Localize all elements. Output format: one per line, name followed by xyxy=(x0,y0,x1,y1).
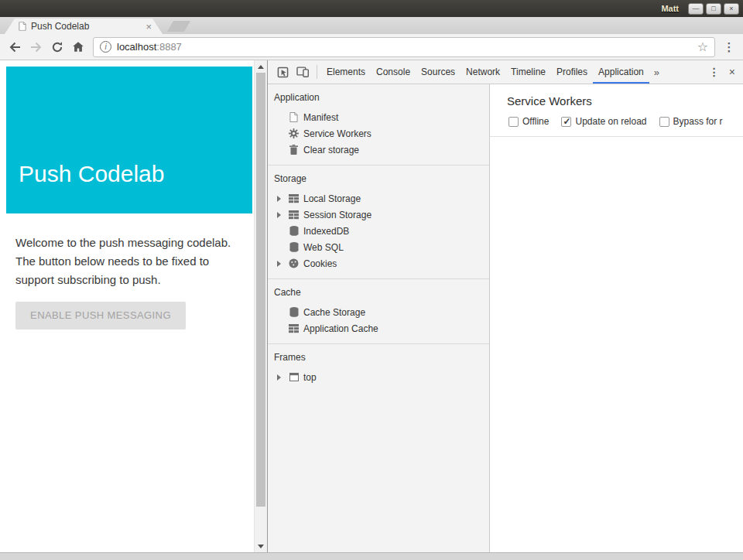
update-on-reload-checkbox[interactable]: Update on reload xyxy=(561,116,646,127)
address-bar[interactable]: i localhost :8887 ☆ xyxy=(93,37,715,57)
sidebar-item-session-storage[interactable]: Session Storage xyxy=(268,207,489,223)
expand-arrow-icon[interactable] xyxy=(277,261,288,267)
devtools-toolbar: Elements Console Sources Network Timelin… xyxy=(268,60,743,84)
checkbox-icon[interactable] xyxy=(659,117,669,127)
page-hero-banner: Push Codelab xyxy=(6,67,252,213)
offline-checkbox[interactable]: Offline xyxy=(508,116,549,127)
expand-arrow-icon[interactable] xyxy=(277,374,288,381)
sidebar-item-cache-storage[interactable]: Cache Storage xyxy=(268,304,489,320)
window-titlebar: Matt — □ × xyxy=(0,0,743,17)
devtools-menu-button[interactable]: ⋮ xyxy=(709,66,720,78)
sidebar-item-local-storage[interactable]: Local Storage xyxy=(268,190,489,207)
sidebar-section-application: Application Manifest Service Workers xyxy=(268,84,489,166)
enable-push-button[interactable]: ENABLE PUSH MESSAGING xyxy=(15,302,186,330)
devtools-close-button[interactable]: × xyxy=(729,66,735,78)
gear-icon xyxy=(288,128,300,139)
tab-application[interactable]: Application xyxy=(593,60,649,84)
database-icon xyxy=(288,226,300,237)
forward-button[interactable] xyxy=(26,36,46,57)
window-title: Matt xyxy=(661,4,679,13)
scrollbar-thumb[interactable] xyxy=(256,73,265,507)
tab-network[interactable]: Network xyxy=(461,60,505,84)
section-title-application: Application xyxy=(268,89,489,109)
frame-icon xyxy=(288,372,300,383)
new-tab-button[interactable] xyxy=(167,21,190,32)
sidebar-item-top-frame[interactable]: top xyxy=(268,369,489,385)
minimize-button[interactable]: — xyxy=(688,3,704,15)
sidebar-item-indexeddb[interactable]: IndexedDB xyxy=(268,223,489,239)
url-port: :8887 xyxy=(156,41,182,53)
database-icon xyxy=(288,307,300,318)
sidebar-item-manifest[interactable]: Manifest xyxy=(268,109,489,125)
tab-close-button[interactable]: × xyxy=(146,22,152,32)
browser-tab[interactable]: Push Codelab × xyxy=(5,19,163,34)
browser-window: Matt — □ × Push Codelab × i xyxy=(0,0,743,560)
back-button[interactable] xyxy=(5,36,26,57)
bookmark-star-icon[interactable]: ☆ xyxy=(697,41,708,53)
expand-arrow-icon[interactable] xyxy=(277,212,288,218)
devtools-panel: Elements Console Sources Network Timelin… xyxy=(267,60,743,552)
browser-menu-button[interactable]: ⋮ xyxy=(720,40,738,54)
inspect-element-button[interactable] xyxy=(272,63,293,81)
sidebar-section-frames: Frames top xyxy=(268,344,489,392)
service-workers-pane: Service Workers Offline Update on reload xyxy=(490,84,743,552)
table-icon xyxy=(288,210,300,220)
section-title-cache: Cache xyxy=(268,284,489,304)
web-page: Push Codelab Welcome to the push messagi… xyxy=(0,60,267,552)
tab-console[interactable]: Console xyxy=(371,60,416,84)
page-scrollbar[interactable] xyxy=(254,60,267,552)
page-favicon-icon xyxy=(19,22,26,31)
table-icon xyxy=(288,193,300,204)
checkbox-icon[interactable] xyxy=(561,117,571,127)
sidebar-item-application-cache[interactable]: Application Cache xyxy=(268,320,489,336)
expand-arrow-icon[interactable] xyxy=(277,196,288,202)
arrow-down-icon xyxy=(258,545,264,548)
sidebar-item-service-workers[interactable]: Service Workers xyxy=(268,125,489,142)
cookie-icon xyxy=(288,258,300,269)
arrow-up-icon xyxy=(258,65,264,69)
tab-timeline[interactable]: Timeline xyxy=(505,60,551,84)
sidebar-item-clear-storage[interactable]: Clear storage xyxy=(268,142,489,158)
window-bottom-edge xyxy=(0,552,743,560)
checkbox-icon[interactable] xyxy=(508,117,519,127)
url-host: localhost xyxy=(117,41,156,53)
tab-sources[interactable]: Sources xyxy=(416,60,461,84)
document-icon xyxy=(288,112,300,123)
pane-title: Service Workers xyxy=(490,84,743,114)
window-controls: — □ × xyxy=(688,3,739,15)
section-title-storage: Storage xyxy=(268,170,489,190)
bypass-for-network-checkbox[interactable]: Bypass for r xyxy=(659,116,723,127)
more-tabs-button[interactable]: » xyxy=(649,67,664,78)
intro-text: Welcome to the push messaging codelab. T… xyxy=(15,234,249,289)
device-toolbar-button[interactable] xyxy=(293,63,313,81)
page-info-icon[interactable]: i xyxy=(100,41,111,53)
scroll-up-button[interactable] xyxy=(255,60,267,73)
tab-profiles[interactable]: Profiles xyxy=(551,60,593,84)
application-sidebar: Application Manifest Service Workers xyxy=(268,84,490,552)
database-icon xyxy=(288,242,300,253)
service-worker-controls: Offline Update on reload Bypass for r xyxy=(490,114,743,137)
table-icon xyxy=(288,323,300,334)
tab-title: Push Codelab xyxy=(31,21,146,32)
devtools-body: Application Manifest Service Workers xyxy=(268,84,743,552)
browser-toolbar: i localhost :8887 ☆ ⋮ xyxy=(0,34,743,60)
tab-elements[interactable]: Elements xyxy=(321,60,371,84)
page-hero-title: Push Codelab xyxy=(19,161,164,187)
content-area: Push Codelab Welcome to the push messagi… xyxy=(0,60,743,552)
scroll-down-button[interactable] xyxy=(255,540,267,552)
sidebar-section-storage: Storage Local Storage Session Storage xyxy=(268,166,489,279)
maximize-button[interactable]: □ xyxy=(706,3,721,15)
close-button[interactable]: × xyxy=(724,3,739,15)
reload-button[interactable] xyxy=(46,36,67,57)
sidebar-item-cookies[interactable]: Cookies xyxy=(268,255,489,271)
home-button[interactable] xyxy=(67,36,88,57)
toolbar-divider xyxy=(317,65,317,79)
tab-strip: Push Codelab × xyxy=(0,17,743,34)
trash-icon xyxy=(288,145,300,155)
sidebar-item-web-sql[interactable]: Web SQL xyxy=(268,239,489,255)
sidebar-section-cache: Cache Cache Storage Application Cache xyxy=(268,279,489,344)
section-title-frames: Frames xyxy=(268,349,489,369)
